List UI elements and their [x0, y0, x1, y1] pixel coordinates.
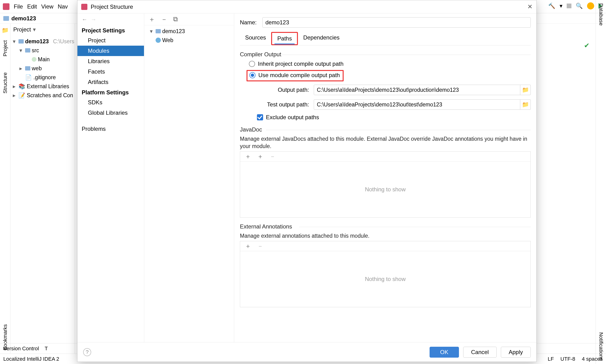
name-label: Name: [240, 19, 257, 26]
remove-annotation-icon[interactable]: － [257, 242, 263, 250]
inspections-ok-icon[interactable]: ✔ [584, 42, 589, 50]
menu-file[interactable]: File [14, 3, 23, 10]
upgrade-icon[interactable] [587, 2, 594, 10]
close-icon[interactable]: ✕ [527, 3, 533, 10]
tab-paths[interactable]: Paths [271, 32, 298, 45]
todo-tab[interactable]: T [44, 346, 48, 352]
test-output-path-label: Test output path: [257, 101, 309, 108]
tree-root[interactable]: demo123 [25, 38, 49, 45]
browse-output-icon[interactable]: 📁 [520, 85, 531, 95]
svg-rect-1 [81, 4, 87, 10]
add-module-icon[interactable]: ＋ [149, 15, 155, 24]
project-tool-panel: Project ▾ ▾demo123 C:\Users ▾src Main ▸w… [10, 24, 75, 354]
annotations-empty: Nothing to show [240, 251, 530, 307]
module-name-input[interactable] [262, 17, 531, 28]
folder-icon [3, 16, 9, 21]
module-tabs: Sources Paths Dependencies [240, 32, 531, 45]
add-annotation-icon[interactable]: ＋ [245, 242, 251, 250]
hammer-icon[interactable]: 🔨 [548, 3, 555, 9]
tree-src[interactable]: src [32, 47, 39, 54]
exclude-output-label: Exclude output paths [266, 114, 319, 121]
project-tree[interactable]: ▾demo123 C:\Users ▾src Main ▸web 📄.gitig… [10, 36, 75, 101]
module-form: Name: Sources Paths Dependencies Compile… [234, 13, 536, 342]
menu-edit[interactable]: Edit [27, 3, 37, 10]
stop-icon[interactable] [567, 3, 571, 8]
library-icon: 📚 [18, 83, 25, 90]
dialog-titlebar: Project Structure ✕ [77, 0, 536, 13]
dropdown-icon[interactable]: ▾ [560, 3, 563, 9]
tab-dependencies[interactable]: Dependencies [298, 32, 344, 45]
radio-inherit-label: Inherit project compile output path [258, 61, 344, 67]
tool-project[interactable]: Project [2, 40, 8, 56]
nav-problems[interactable]: Problems [77, 124, 144, 134]
tree-scratches[interactable]: Scratches and Con [27, 92, 73, 99]
annotations-legend: External Annotations [240, 223, 531, 230]
copy-module-icon[interactable]: ⧉ [173, 15, 178, 23]
output-path-input[interactable] [314, 85, 520, 95]
javadoc-legend: JavaDoc [240, 126, 531, 133]
menu-nav[interactable]: Nav [58, 3, 68, 10]
status-lineending[interactable]: LF [548, 356, 554, 362]
folder-icon [25, 66, 30, 70]
add-javadoc-icon[interactable]: ＋ [245, 152, 251, 161]
add-javadoc-url-icon[interactable]: ＋ [257, 152, 263, 161]
chevron-down-icon[interactable]: ▾ [33, 26, 36, 33]
status-indent[interactable]: 4 spaces [582, 356, 603, 362]
search-icon[interactable]: 🔍 [576, 3, 583, 9]
project-tool-title[interactable]: Project [13, 26, 31, 33]
help-icon[interactable]: ? [83, 348, 91, 356]
radio-module[interactable] [249, 72, 256, 78]
nav-facets[interactable]: Facets [77, 66, 144, 77]
nav-global-libraries[interactable]: Global Libraries [77, 108, 144, 118]
ok-button[interactable]: OK [429, 347, 459, 358]
test-output-path-input[interactable] [314, 99, 520, 110]
dialog-title: Project Structure [91, 3, 133, 10]
nav-sdks[interactable]: SDKs [77, 97, 144, 108]
dialog-footer: ? OK Cancel Apply [77, 342, 536, 362]
version-control-tab[interactable]: Version Control [3, 346, 39, 352]
javadoc-list[interactable]: ＋ ＋ － Nothing to show [240, 151, 531, 218]
folder-tool-icon[interactable]: 📁 [2, 27, 9, 34]
nav-project[interactable]: Project [77, 35, 144, 46]
apply-button[interactable]: Apply [501, 347, 531, 358]
tree-root-hint: C:\Users [53, 38, 74, 45]
right-tool-gutter: Database Notifications [596, 0, 606, 364]
nav-libraries[interactable]: Libraries [77, 56, 144, 66]
nav-artifacts[interactable]: Artifacts [77, 77, 144, 87]
menu-view[interactable]: View [41, 3, 54, 10]
web-facet-icon [156, 38, 161, 43]
scratch-icon: 📝 [18, 92, 25, 99]
tab-sources[interactable]: Sources [240, 32, 271, 45]
section-platform-settings: Platform Settings [77, 87, 144, 97]
tool-database[interactable]: Database [598, 3, 604, 26]
status-encoding[interactable]: UTF-8 [561, 356, 575, 362]
browse-test-output-icon[interactable]: 📁 [520, 99, 531, 110]
cancel-button[interactable]: Cancel [463, 347, 496, 358]
tree-web[interactable]: web [32, 65, 42, 72]
back-icon[interactable]: ← [82, 16, 87, 23]
tree-main[interactable]: Main [38, 56, 50, 63]
remove-module-icon[interactable]: － [161, 15, 167, 24]
tree-gitignore[interactable]: .gitignore [33, 74, 56, 81]
nav-modules[interactable]: Modules [77, 46, 144, 56]
remove-javadoc-icon[interactable]: － [270, 152, 276, 161]
annotations-list[interactable]: ＋ － Nothing to show [240, 241, 531, 307]
radio-inherit[interactable] [249, 61, 255, 67]
forward-icon[interactable]: → [91, 16, 96, 23]
module-web[interactable]: Web [162, 37, 173, 43]
tool-structure[interactable]: Structure [2, 72, 8, 93]
folder-icon [25, 48, 30, 52]
tree-ext-libs[interactable]: External Libraries [27, 83, 69, 90]
app-icon [81, 4, 87, 10]
svg-rect-0 [3, 3, 10, 10]
file-icon: 📄 [25, 74, 32, 81]
project-structure-dialog: Project Structure ✕ ← → Project Settings… [77, 0, 537, 362]
module-root[interactable]: demo123 [162, 28, 185, 35]
output-path-label: Output path: [257, 87, 309, 93]
section-project-settings: Project Settings [77, 25, 144, 35]
annotations-desc: Manage external annotations attached to … [240, 232, 531, 240]
settings-nav: ← → Project Settings Project Modules Lib… [77, 13, 144, 342]
module-icon [156, 29, 161, 33]
breadcrumb-project[interactable]: demo123 [11, 15, 36, 22]
exclude-output-checkbox[interactable] [257, 114, 263, 120]
